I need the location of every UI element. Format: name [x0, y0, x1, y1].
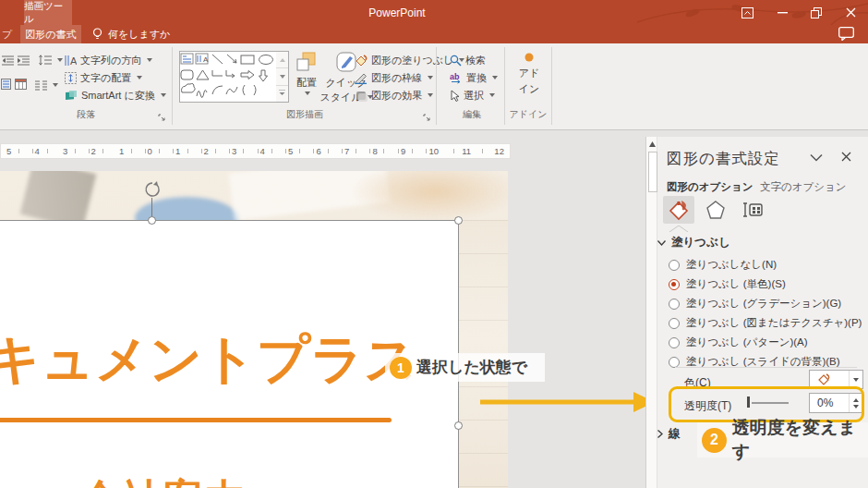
scrollbar-thumb[interactable] — [648, 152, 657, 192]
fill-section-label: 塗りつぶし — [671, 235, 730, 250]
ruler-number: 5 — [5, 144, 13, 158]
panel-scrollbar[interactable] — [645, 137, 657, 488]
ruler-number: 7 — [343, 144, 351, 158]
resize-handle-right[interactable] — [454, 421, 463, 430]
slide-partial-heading[interactable]: 会社案内 — [79, 472, 246, 488]
minimize-button[interactable] — [772, 4, 792, 21]
pentagon-icon — [705, 199, 727, 221]
find-button[interactable]: 検索 — [450, 53, 486, 67]
panel-tab-text-options[interactable]: 文字のオプション — [760, 180, 847, 194]
fill-option-label: 塗りつぶしなし(N) — [686, 258, 777, 272]
replace-button[interactable]: ab 置換 — [450, 70, 498, 85]
arrange-icon — [295, 50, 319, 74]
columns-button[interactable] — [35, 78, 58, 92]
addins-label-2: イン — [519, 82, 540, 96]
tell-me-box[interactable]: 何をしますか — [92, 25, 170, 43]
ruler-number: 5 — [286, 144, 295, 158]
tab-shape-format[interactable]: 図形の書式 — [20, 25, 81, 43]
shape-fill-button[interactable]: 図形の塗りつぶし — [355, 53, 464, 67]
paint-bucket-icon — [668, 199, 690, 221]
fill-option[interactable]: 塗りつぶしなし(N) — [669, 255, 862, 274]
ruler-number: 0 — [146, 144, 154, 158]
fill-option[interactable]: 塗りつぶし (スライドの背景)(B) — [669, 352, 862, 372]
ruler-number: 1 — [117, 144, 126, 158]
select-label: 選択 — [464, 89, 484, 103]
addins-label-1: アド — [519, 67, 540, 80]
select-cursor-icon — [450, 90, 460, 102]
ruler-number: 4 — [33, 144, 42, 158]
columns-icon — [35, 80, 47, 91]
panel-tab-shape-options[interactable]: 図形のオプション — [667, 180, 753, 194]
dropdown-caret — [147, 58, 152, 62]
group-label-editing: 編集 — [441, 108, 502, 121]
gallery-more-button[interactable] — [276, 86, 288, 102]
rotation-handle[interactable] — [144, 181, 161, 198]
slide-canvas[interactable]: キュメントプラス 会社案内 — [0, 171, 508, 488]
select-button[interactable]: 選択 — [450, 88, 495, 103]
dropdown-caret — [305, 92, 310, 95]
horizontal-ruler[interactable]: 543210123456789101112 — [0, 143, 511, 159]
resize-handle-top-right[interactable] — [454, 216, 463, 225]
svg-text:A: A — [203, 55, 209, 64]
convert-smartart-button[interactable]: SmartArt に変換 — [65, 88, 166, 103]
svg-text:ab: ab — [450, 72, 460, 81]
ribbon-display-options-button[interactable] — [737, 4, 757, 21]
ruler-numbers: 543210123456789101112 — [5, 144, 506, 158]
paragraph-dialog-launcher[interactable] — [158, 109, 167, 118]
smartart-icon — [65, 90, 78, 102]
panel-divider — [675, 367, 857, 368]
fill-option[interactable]: 塗りつぶし (単色)(S) — [669, 274, 862, 294]
window-title: PowerPoint — [0, 0, 794, 25]
radio-icon — [669, 299, 680, 310]
dropdown-caret — [428, 76, 433, 79]
align-table-button[interactable] — [14, 78, 27, 91]
gallery-scroll-down[interactable] — [276, 68, 288, 85]
dropdown-caret — [137, 76, 142, 79]
group-separator — [172, 47, 173, 125]
effects-icon-tab[interactable] — [700, 196, 731, 224]
replace-icon: ab — [450, 72, 463, 84]
indent-decrease-button[interactable] — [1, 54, 14, 67]
fill-option[interactable]: 塗りつぶし (パターン)(A) — [669, 333, 862, 352]
size-properties-icon-tab[interactable] — [737, 196, 768, 224]
ruler-number: 2 — [202, 144, 211, 158]
shape-outline-button[interactable]: 図形の枠線 — [355, 70, 433, 85]
fill-line-icon-tab[interactable] — [663, 196, 694, 224]
shape-effects-button[interactable]: 図形の効果 — [355, 88, 433, 103]
align-text-icon — [65, 72, 77, 84]
line-spacing-button[interactable] — [39, 53, 63, 67]
powerpoint-window: 描画ツール PowerPoint プ 図形の書式 何をしますか — [0, 0, 868, 488]
text-direction-button[interactable]: A 文字列の方向 — [65, 53, 152, 67]
comment-bubble-icon — [838, 27, 854, 41]
addins-button[interactable]: アド イン — [508, 50, 550, 116]
panel-collapse-chevron-icon[interactable] — [810, 153, 823, 162]
close-button[interactable] — [840, 4, 861, 21]
annotation-step2: 2 透明度を変えます — [697, 422, 868, 458]
align-boxes-button[interactable] — [0, 78, 11, 91]
fill-option[interactable]: 塗りつぶし (グラデーション)(G) — [669, 294, 862, 313]
fill-section-header[interactable]: 塗りつぶし — [657, 235, 730, 250]
align-text-button[interactable]: 文字の配置 — [65, 70, 142, 85]
addin-dot-icon — [524, 50, 535, 65]
shapes-gallery[interactable]: A — [179, 51, 277, 103]
gallery-scroll-up[interactable] — [276, 52, 288, 68]
ruler-number: 2 — [90, 144, 98, 158]
arrange-button[interactable]: 配置 — [288, 50, 325, 116]
shape-effects-icon — [355, 90, 368, 102]
tab-partial[interactable]: プ — [2, 28, 12, 42]
svg-text:A: A — [70, 55, 77, 67]
resize-handle-top[interactable] — [148, 216, 156, 225]
line-section-header[interactable]: 線 — [657, 426, 681, 442]
dropdown-caret — [53, 83, 58, 87]
drawing-dialog-launcher[interactable] — [423, 109, 432, 118]
restore-button[interactable] — [806, 4, 826, 21]
panel-close-icon[interactable] — [841, 152, 851, 162]
fill-option[interactable]: 塗りつぶし (図またはテクスチャ)(P) — [669, 313, 862, 333]
comments-button[interactable] — [838, 27, 854, 44]
group-separator — [436, 47, 437, 125]
lightbulb-icon — [92, 28, 102, 41]
indent-increase-button[interactable] — [17, 54, 30, 67]
slide-title-text[interactable]: キュメントプラス — [0, 324, 418, 396]
tell-me-label: 何をしますか — [108, 28, 170, 42]
slide-title-underline — [0, 418, 392, 422]
